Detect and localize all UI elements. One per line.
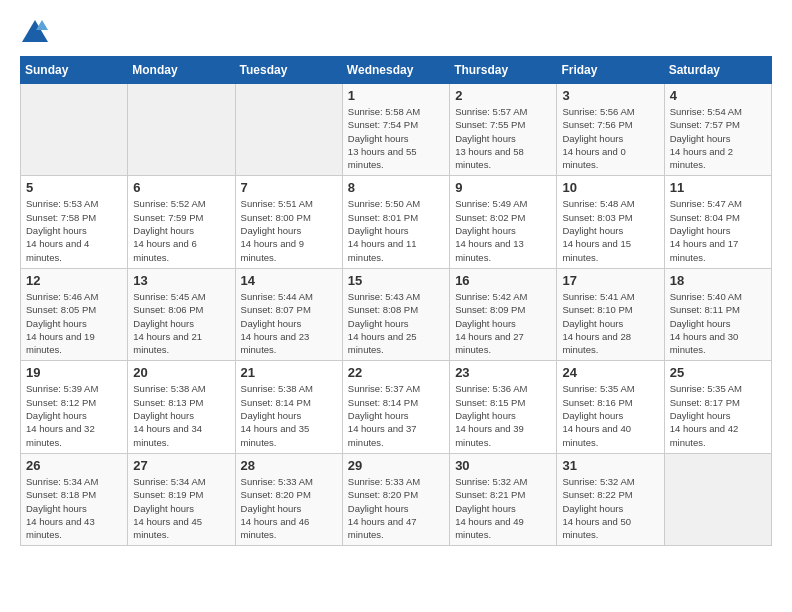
- daylight-value: 14 hours and 2 minutes.: [670, 146, 733, 170]
- daylight-value: 14 hours and 6 minutes.: [133, 238, 196, 262]
- calendar-body: 1 Sunrise: 5:58 AM Sunset: 7:54 PM Dayli…: [21, 84, 772, 546]
- cell-info: Sunrise: 5:38 AM Sunset: 8:14 PM Dayligh…: [241, 382, 337, 448]
- daylight-label: Daylight hours: [348, 318, 409, 329]
- calendar-cell: 13 Sunrise: 5:45 AM Sunset: 8:06 PM Dayl…: [128, 268, 235, 360]
- day-number: 6: [133, 180, 229, 195]
- calendar-cell: 15 Sunrise: 5:43 AM Sunset: 8:08 PM Dayl…: [342, 268, 449, 360]
- daylight-label: Daylight hours: [348, 225, 409, 236]
- sunset-label: Sunset: 8:02 PM: [455, 212, 525, 223]
- cell-info: Sunrise: 5:40 AM Sunset: 8:11 PM Dayligh…: [670, 290, 766, 356]
- daylight-value: 14 hours and 43 minutes.: [26, 516, 95, 540]
- cell-info: Sunrise: 5:47 AM Sunset: 8:04 PM Dayligh…: [670, 197, 766, 263]
- sunset-label: Sunset: 8:22 PM: [562, 489, 632, 500]
- cell-info: Sunrise: 5:48 AM Sunset: 8:03 PM Dayligh…: [562, 197, 658, 263]
- sunset-label: Sunset: 7:54 PM: [348, 119, 418, 130]
- daylight-label: Daylight hours: [670, 318, 731, 329]
- cell-info: Sunrise: 5:38 AM Sunset: 8:13 PM Dayligh…: [133, 382, 229, 448]
- sunrise-label: Sunrise: 5:57 AM: [455, 106, 527, 117]
- sunset-label: Sunset: 8:05 PM: [26, 304, 96, 315]
- calendar-cell: 18 Sunrise: 5:40 AM Sunset: 8:11 PM Dayl…: [664, 268, 771, 360]
- sunset-label: Sunset: 8:14 PM: [241, 397, 311, 408]
- sunset-label: Sunset: 8:12 PM: [26, 397, 96, 408]
- sunrise-label: Sunrise: 5:36 AM: [455, 383, 527, 394]
- cell-info: Sunrise: 5:34 AM Sunset: 8:19 PM Dayligh…: [133, 475, 229, 541]
- daylight-value: 14 hours and 47 minutes.: [348, 516, 417, 540]
- calendar-cell: 12 Sunrise: 5:46 AM Sunset: 8:05 PM Dayl…: [21, 268, 128, 360]
- sunrise-label: Sunrise: 5:53 AM: [26, 198, 98, 209]
- daylight-label: Daylight hours: [562, 318, 623, 329]
- day-number: 18: [670, 273, 766, 288]
- sunrise-label: Sunrise: 5:41 AM: [562, 291, 634, 302]
- daylight-label: Daylight hours: [348, 503, 409, 514]
- daylight-label: Daylight hours: [455, 318, 516, 329]
- calendar-cell: 16 Sunrise: 5:42 AM Sunset: 8:09 PM Dayl…: [450, 268, 557, 360]
- sunrise-label: Sunrise: 5:40 AM: [670, 291, 742, 302]
- sunset-label: Sunset: 8:20 PM: [241, 489, 311, 500]
- sunrise-label: Sunrise: 5:33 AM: [241, 476, 313, 487]
- daylight-label: Daylight hours: [241, 503, 302, 514]
- day-number: 16: [455, 273, 551, 288]
- daylight-label: Daylight hours: [348, 410, 409, 421]
- sunset-label: Sunset: 8:17 PM: [670, 397, 740, 408]
- cell-info: Sunrise: 5:57 AM Sunset: 7:55 PM Dayligh…: [455, 105, 551, 171]
- daylight-value: 14 hours and 28 minutes.: [562, 331, 631, 355]
- day-number: 26: [26, 458, 122, 473]
- sunrise-label: Sunrise: 5:44 AM: [241, 291, 313, 302]
- calendar-cell: 27 Sunrise: 5:34 AM Sunset: 8:19 PM Dayl…: [128, 453, 235, 545]
- day-number: 10: [562, 180, 658, 195]
- day-number: 23: [455, 365, 551, 380]
- cell-info: Sunrise: 5:32 AM Sunset: 8:22 PM Dayligh…: [562, 475, 658, 541]
- daylight-value: 14 hours and 27 minutes.: [455, 331, 524, 355]
- daylight-label: Daylight hours: [670, 225, 731, 236]
- daylight-label: Daylight hours: [455, 503, 516, 514]
- sunrise-label: Sunrise: 5:35 AM: [562, 383, 634, 394]
- sunrise-label: Sunrise: 5:34 AM: [133, 476, 205, 487]
- calendar-cell: 2 Sunrise: 5:57 AM Sunset: 7:55 PM Dayli…: [450, 84, 557, 176]
- col-sunday: Sunday: [21, 57, 128, 84]
- daylight-label: Daylight hours: [133, 318, 194, 329]
- calendar-cell: 17 Sunrise: 5:41 AM Sunset: 8:10 PM Dayl…: [557, 268, 664, 360]
- daylight-value: 14 hours and 15 minutes.: [562, 238, 631, 262]
- sunset-label: Sunset: 8:21 PM: [455, 489, 525, 500]
- daylight-label: Daylight hours: [26, 318, 87, 329]
- daylight-value: 13 hours and 58 minutes.: [455, 146, 524, 170]
- sunrise-label: Sunrise: 5:58 AM: [348, 106, 420, 117]
- day-number: 28: [241, 458, 337, 473]
- calendar-cell: 1 Sunrise: 5:58 AM Sunset: 7:54 PM Dayli…: [342, 84, 449, 176]
- cell-info: Sunrise: 5:42 AM Sunset: 8:09 PM Dayligh…: [455, 290, 551, 356]
- calendar-cell: 5 Sunrise: 5:53 AM Sunset: 7:58 PM Dayli…: [21, 176, 128, 268]
- cell-info: Sunrise: 5:56 AM Sunset: 7:56 PM Dayligh…: [562, 105, 658, 171]
- cell-info: Sunrise: 5:36 AM Sunset: 8:15 PM Dayligh…: [455, 382, 551, 448]
- calendar-cell: 24 Sunrise: 5:35 AM Sunset: 8:16 PM Dayl…: [557, 361, 664, 453]
- sunrise-label: Sunrise: 5:43 AM: [348, 291, 420, 302]
- sunrise-label: Sunrise: 5:51 AM: [241, 198, 313, 209]
- cell-info: Sunrise: 5:50 AM Sunset: 8:01 PM Dayligh…: [348, 197, 444, 263]
- cell-info: Sunrise: 5:34 AM Sunset: 8:18 PM Dayligh…: [26, 475, 122, 541]
- cell-info: Sunrise: 5:58 AM Sunset: 7:54 PM Dayligh…: [348, 105, 444, 171]
- daylight-value: 14 hours and 32 minutes.: [26, 423, 95, 447]
- sunrise-label: Sunrise: 5:32 AM: [455, 476, 527, 487]
- cell-info: Sunrise: 5:45 AM Sunset: 8:06 PM Dayligh…: [133, 290, 229, 356]
- daylight-label: Daylight hours: [241, 318, 302, 329]
- sunrise-label: Sunrise: 5:35 AM: [670, 383, 742, 394]
- daylight-label: Daylight hours: [455, 133, 516, 144]
- cell-info: Sunrise: 5:53 AM Sunset: 7:58 PM Dayligh…: [26, 197, 122, 263]
- svg-marker-0: [22, 20, 48, 42]
- calendar-cell: 20 Sunrise: 5:38 AM Sunset: 8:13 PM Dayl…: [128, 361, 235, 453]
- sunset-label: Sunset: 8:19 PM: [133, 489, 203, 500]
- calendar-cell: 9 Sunrise: 5:49 AM Sunset: 8:02 PM Dayli…: [450, 176, 557, 268]
- daylight-label: Daylight hours: [26, 503, 87, 514]
- calendar-cell: 14 Sunrise: 5:44 AM Sunset: 8:07 PM Dayl…: [235, 268, 342, 360]
- daylight-value: 14 hours and 13 minutes.: [455, 238, 524, 262]
- sunrise-label: Sunrise: 5:47 AM: [670, 198, 742, 209]
- day-number: 3: [562, 88, 658, 103]
- sunrise-label: Sunrise: 5:33 AM: [348, 476, 420, 487]
- calendar-cell: 25 Sunrise: 5:35 AM Sunset: 8:17 PM Dayl…: [664, 361, 771, 453]
- calendar-cell: 31 Sunrise: 5:32 AM Sunset: 8:22 PM Dayl…: [557, 453, 664, 545]
- sunset-label: Sunset: 8:08 PM: [348, 304, 418, 315]
- sunset-label: Sunset: 8:16 PM: [562, 397, 632, 408]
- daylight-label: Daylight hours: [26, 410, 87, 421]
- calendar-week-2: 5 Sunrise: 5:53 AM Sunset: 7:58 PM Dayli…: [21, 176, 772, 268]
- day-number: 12: [26, 273, 122, 288]
- sunset-label: Sunset: 7:59 PM: [133, 212, 203, 223]
